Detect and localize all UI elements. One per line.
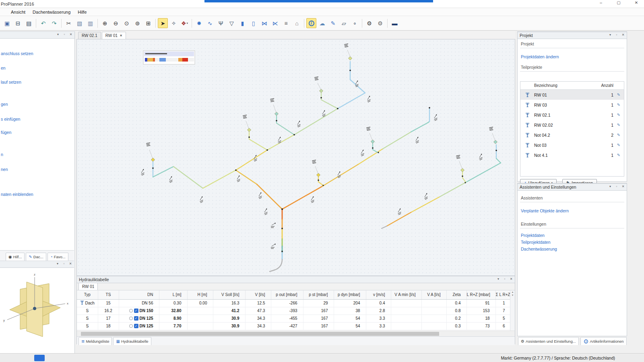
subproject-row-not042[interactable]: Not 04.22✎ bbox=[520, 130, 624, 140]
left-dock-tab-1[interactable]: ◉Hilf... bbox=[6, 253, 25, 261]
fitting-icon[interactable]: ⋈ bbox=[259, 18, 269, 28]
cloud-icon[interactable]: ☁ bbox=[317, 18, 327, 28]
command-link-5[interactable]: s einfügen bbox=[1, 117, 20, 122]
hyd-row-4[interactable]: S18✓DN 1257.7030.934.3-427167543.30.3736 bbox=[77, 322, 511, 330]
pipe-bend-icon[interactable]: ∿ bbox=[205, 18, 215, 28]
collapse-icon[interactable]: ▾ bbox=[56, 262, 60, 265]
verplante-objekte-link[interactable]: Verplante Objekte ändern bbox=[521, 208, 569, 213]
info-icon[interactable]: i bbox=[306, 18, 316, 28]
paste-icon[interactable]: ▥ bbox=[85, 18, 95, 28]
zoom-window-icon[interactable]: ⊚ bbox=[132, 18, 142, 28]
command-link-3[interactable]: lauf setzen bbox=[1, 80, 21, 85]
drain-tool-icon[interactable]: Ψ bbox=[216, 18, 226, 28]
drawing-tab-rw01[interactable]: RW 01✕ bbox=[102, 32, 126, 39]
zoom-out-icon[interactable]: ⊖ bbox=[111, 18, 121, 28]
collapse-icon[interactable]: ▾ bbox=[56, 33, 60, 36]
lasso-icon[interactable]: ✧ bbox=[169, 18, 179, 28]
pin-icon[interactable]: ▫ bbox=[615, 33, 619, 37]
funnel-icon[interactable]: ▽ bbox=[227, 18, 237, 28]
subproject-row-rw021[interactable]: RW 02.11✎ bbox=[520, 110, 624, 120]
node-tool-icon[interactable]: ❖▾ bbox=[180, 18, 190, 28]
settings-gear-icon[interactable]: ⚙ bbox=[364, 18, 374, 28]
connector-icon[interactable]: ∘ bbox=[350, 18, 360, 28]
select-cursor-icon[interactable]: ➤ bbox=[158, 18, 168, 28]
right-dock-tab-2[interactable]: iArtikelinformationen bbox=[580, 337, 627, 345]
close-button[interactable]: ✕ bbox=[633, 0, 640, 5]
maximize-button[interactable]: ▢ bbox=[615, 0, 622, 5]
close-icon[interactable]: ✕ bbox=[509, 277, 513, 281]
right-dock-tab-1[interactable]: ⚙Assistenten und Einstellung... bbox=[518, 337, 579, 345]
command-link-1[interactable]: anschluss setzen bbox=[1, 51, 33, 56]
edit-pencil-icon[interactable]: ✎ bbox=[613, 113, 624, 117]
command-link-9[interactable]: naten einblenden bbox=[1, 192, 33, 197]
zoom-fit-icon[interactable]: ⊞ bbox=[143, 18, 153, 28]
hyd-row-2[interactable]: S16.2✓DN 15032.8041.247.3-393167382.80.8… bbox=[77, 307, 511, 315]
projektdaten-aendern-link[interactable]: Projektdaten ändern bbox=[521, 54, 559, 59]
edit-pencil-icon[interactable]: ✎ bbox=[613, 123, 624, 127]
print-icon[interactable]: ⊟ bbox=[13, 18, 23, 28]
left-dock-tab-3[interactable]: ◔Favo... bbox=[47, 253, 68, 261]
undo-icon[interactable]: ↶ bbox=[38, 18, 48, 28]
close-icon[interactable]: ✕ bbox=[68, 262, 72, 265]
edit-pencil-icon[interactable]: ✎ bbox=[613, 143, 624, 147]
copy-icon[interactable]: ▧ bbox=[74, 18, 85, 28]
pin-icon[interactable]: ▫ bbox=[62, 33, 66, 36]
menu-item-hilfe[interactable]: Hilfe bbox=[74, 9, 90, 15]
zoom-100-icon[interactable]: ⊙ bbox=[122, 18, 132, 28]
checkbox-checked-icon[interactable]: ✓ bbox=[134, 309, 138, 313]
standpipe-icon[interactable]: ▮ bbox=[237, 18, 248, 28]
subproject-row-rw03[interactable]: RW 031✎ bbox=[520, 100, 624, 110]
annotate-icon[interactable]: ✎ bbox=[328, 18, 338, 28]
menu-item-dachentwsserung[interactable]: Dachentwässerung bbox=[29, 9, 74, 15]
close-icon[interactable]: ✕ bbox=[621, 33, 625, 37]
checkbox-checked-icon[interactable]: ✓ bbox=[134, 316, 138, 321]
collapse-icon[interactable]: ▾ bbox=[496, 277, 500, 281]
checkbox-checked-icon[interactable]: ✓ bbox=[134, 324, 138, 328]
fitting2-icon[interactable]: ⋉ bbox=[270, 18, 280, 28]
table-vertical-scrollbar[interactable]: ▲▼ bbox=[510, 290, 515, 331]
edit-pencil-icon[interactable]: ✎ bbox=[613, 133, 624, 137]
pin-icon[interactable]: ▫ bbox=[615, 185, 619, 188]
save-icon[interactable]: ▣ bbox=[2, 18, 12, 28]
settings-link-teilprojektdaten[interactable]: Teilprojektdaten bbox=[521, 240, 551, 245]
pin-icon[interactable]: ▫ bbox=[503, 277, 507, 281]
hyd-row-3[interactable]: S17✓DN 1258.9030.934.3-455167543.30.2185 bbox=[77, 315, 511, 322]
hydraulic-tab-rw01[interactable]: RW 01 bbox=[78, 283, 98, 290]
subproject-row-not03[interactable]: Not 031✎ bbox=[520, 140, 624, 150]
wheel-icon[interactable]: ✹ bbox=[194, 18, 204, 28]
options-gear-icon[interactable]: ⚙ bbox=[375, 18, 385, 28]
command-link-4[interactable]: gen bbox=[1, 102, 8, 107]
isometric-drawing-canvas[interactable] bbox=[76, 39, 515, 276]
settings-link-dachentwaesserung[interactable]: Dachentwässerung bbox=[521, 247, 557, 251]
command-link-8[interactable]: nen bbox=[1, 167, 8, 172]
minimize-button[interactable]: – bbox=[597, 0, 605, 5]
view-tab-hydrauliktabelle[interactable]: ▦Hydrauliktabelle bbox=[113, 337, 151, 345]
close-icon[interactable]: ✕ bbox=[69, 33, 73, 36]
scrollbar-thumb[interactable] bbox=[81, 332, 439, 336]
menu-item-ansicht[interactable]: Ansicht bbox=[7, 9, 29, 15]
view-tab-meldungsliste[interactable]: ≣Meldungsliste bbox=[78, 337, 112, 345]
close-icon[interactable]: ✕ bbox=[120, 34, 122, 37]
command-link-6[interactable]: fügen bbox=[1, 130, 11, 135]
measure-icon[interactable]: ▬ bbox=[390, 18, 400, 28]
subproject-row-rw0202[interactable]: RW 02.021✎ bbox=[520, 120, 624, 130]
command-link-2[interactable]: en bbox=[1, 66, 6, 71]
weld-icon[interactable]: ≡ bbox=[281, 18, 291, 28]
settings-link-projektdaten[interactable]: Projektdaten bbox=[521, 233, 545, 238]
doc-edit-icon[interactable]: ▱ bbox=[339, 18, 349, 28]
assembly-icon[interactable]: ⌂ bbox=[292, 18, 302, 28]
redo-icon[interactable]: ↷ bbox=[49, 18, 59, 28]
orientation-3d-widget[interactable]: z x y bbox=[0, 268, 74, 353]
close-icon[interactable]: ✕ bbox=[621, 185, 625, 188]
hyd-row-1[interactable]: Dach15DN 560.300.0016.312.5-266292040.40… bbox=[77, 299, 511, 307]
collapse-icon[interactable]: ▾ bbox=[608, 33, 612, 37]
command-link-7[interactable]: n bbox=[1, 152, 3, 157]
subproject-row-not41[interactable]: Not 4.11✎ bbox=[520, 150, 624, 160]
edit-pencil-icon[interactable]: ✎ bbox=[613, 93, 624, 97]
edit-pencil-icon[interactable]: ✎ bbox=[613, 153, 624, 157]
edit-pencil-icon[interactable]: ✎ bbox=[613, 103, 624, 107]
drawing-tab-rw021[interactable]: RW 02.1 bbox=[78, 32, 101, 39]
zoom-in-icon[interactable]: ⊕ bbox=[100, 18, 110, 28]
cut-icon[interactable]: ✂ bbox=[64, 18, 74, 28]
table-horizontal-scrollbar[interactable] bbox=[77, 331, 515, 336]
